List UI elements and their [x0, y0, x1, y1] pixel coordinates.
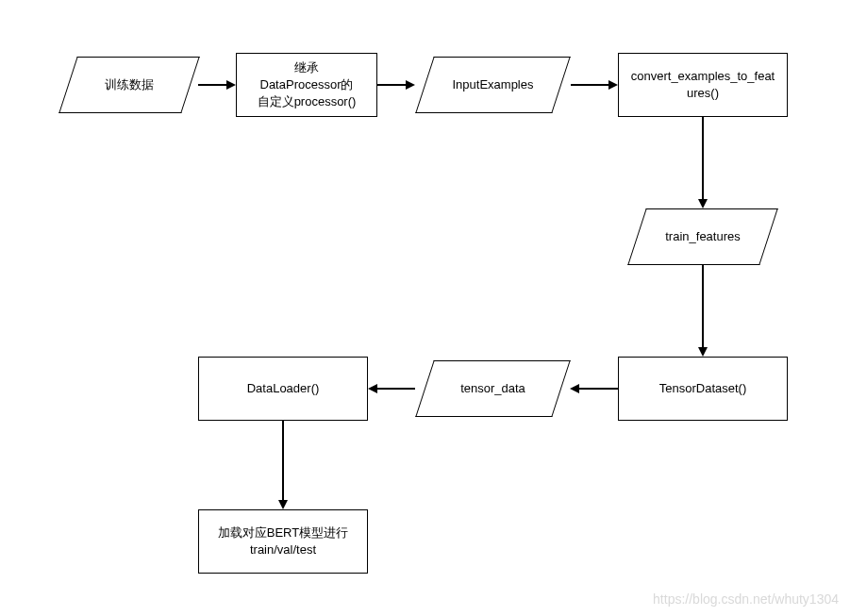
edge [198, 84, 226, 86]
node-label: train_features [637, 208, 769, 265]
node-tensor-dataset: TensorDataset() [618, 357, 788, 421]
node-label-line: DataProcessor的 [258, 76, 357, 93]
edge [702, 117, 704, 199]
arrow-head-icon [368, 384, 377, 393]
node-label-line: 加载对应BERT模型进行 [218, 524, 348, 541]
edge [571, 84, 608, 86]
edge [377, 388, 415, 390]
node-label: tensor_data [425, 360, 561, 417]
node-data-loader: DataLoader() [198, 357, 368, 421]
arrow-head-icon [698, 199, 708, 208]
node-input-examples: InputExamples [425, 57, 561, 113]
node-label: 训练数据 [68, 57, 191, 113]
edge [377, 84, 406, 86]
node-label-line: convert_examples_to_feat [631, 68, 775, 85]
arrow-head-icon [570, 384, 579, 393]
node-label: TensorDataset() [659, 380, 746, 397]
edge [579, 388, 618, 390]
arrow-head-icon [406, 80, 415, 90]
arrow-head-icon [698, 347, 708, 357]
node-tensor-data: tensor_data [425, 360, 561, 417]
edge [702, 265, 704, 347]
node-train-features: train_features [637, 208, 769, 265]
node-label-line: train/val/test [218, 541, 348, 558]
node-label: InputExamples [425, 57, 561, 113]
node-training-data: 训练数据 [68, 57, 191, 113]
node-label-line: 继承 [258, 59, 357, 76]
node-label-line: ures() [631, 85, 775, 102]
arrow-head-icon [608, 80, 618, 90]
node-label: DataLoader() [247, 380, 320, 397]
node-label-line: 自定义processor() [258, 93, 357, 110]
watermark-text: https://blog.csdn.net/whuty1304 [653, 591, 839, 607]
arrow-head-icon [278, 500, 288, 509]
node-bert-model: 加载对应BERT模型进行 train/val/test [198, 509, 368, 574]
node-convert-examples: convert_examples_to_feat ures() [618, 53, 788, 117]
node-data-processor: 继承 DataProcessor的 自定义processor() [236, 53, 377, 117]
arrow-head-icon [226, 80, 236, 90]
edge [282, 421, 284, 500]
